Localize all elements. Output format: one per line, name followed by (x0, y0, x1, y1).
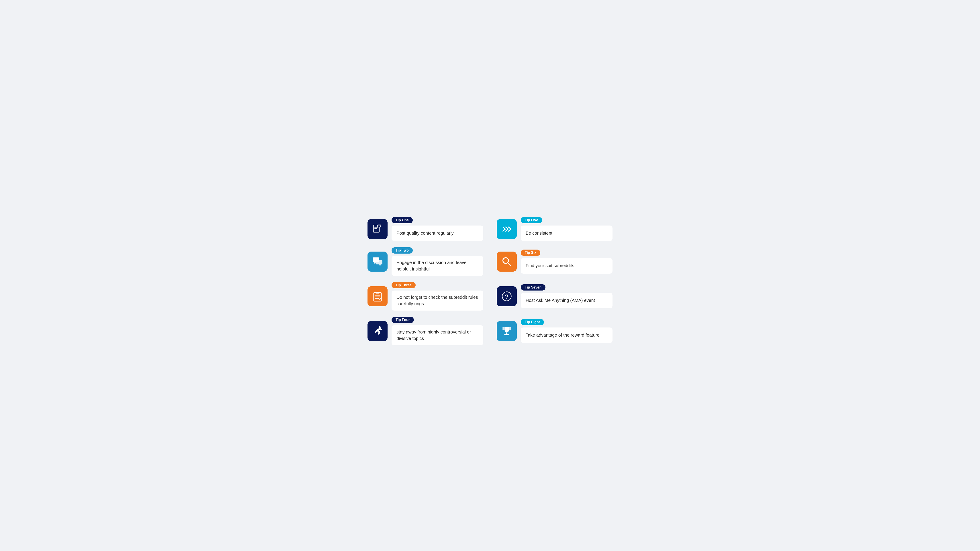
tip-six-text: Find your suit subreddits (521, 258, 612, 274)
svg-line-12 (508, 262, 511, 265)
tip-three-text: Do not forget to check the subreddit rul… (391, 291, 483, 311)
tip-six-badge: Tip Six (521, 249, 540, 256)
tip-item-tip-two: Tip Two Engage in the discussion and lea… (368, 247, 483, 276)
tip-four-icon-box (368, 321, 388, 341)
tip-two-text: Engage in the discussion and leave helpf… (391, 256, 483, 276)
main-container: Tip One Post quality content regularly T… (368, 206, 612, 345)
tip-one-text: Post quality content regularly (391, 225, 483, 241)
tip-seven-icon-box: ? (497, 286, 517, 306)
tip-eight-icon-box (497, 321, 517, 341)
tip-five-icon-box (497, 219, 517, 239)
tip-two-badge: Tip Two (391, 247, 413, 254)
tip-seven-text: Host Ask Me Anything (AMA) event (521, 293, 612, 308)
svg-rect-14 (376, 292, 379, 294)
tip-item-tip-four: Tip Four stay away from highly controver… (368, 317, 483, 345)
tips-grid: Tip One Post quality content regularly T… (368, 217, 612, 345)
svg-marker-10 (379, 264, 381, 266)
svg-rect-4 (377, 224, 381, 227)
svg-rect-22 (504, 334, 509, 335)
svg-marker-8 (374, 262, 376, 264)
tip-item-tip-six: Tip Six Find your suit subreddits (497, 247, 612, 276)
tip-item-tip-seven: ? Tip Seven Host Ask Me Anything (AMA) e… (497, 282, 612, 311)
tip-one-badge: Tip One (391, 217, 413, 223)
tip-three-icon-box (368, 286, 388, 306)
tip-two-content: Tip Two Engage in the discussion and lea… (391, 247, 483, 276)
tip-one-icon-box (368, 219, 388, 239)
tip-six-icon-box (497, 252, 517, 272)
tip-three-content: Tip Three Do not forget to check the sub… (391, 282, 483, 311)
tip-seven-badge: Tip Seven (521, 284, 546, 291)
svg-rect-3 (374, 230, 377, 230)
tip-eight-content: Tip Eight Take advantage of the reward f… (521, 319, 612, 343)
tip-six-content: Tip Six Find your suit subreddits (521, 249, 612, 274)
tip-four-text: stay away from highly controversial or d… (391, 325, 483, 345)
svg-text:?: ? (505, 293, 509, 300)
tip-item-tip-three: Tip Three Do not forget to check the sub… (368, 282, 483, 311)
tip-item-tip-five: Tip Five Be consistent (497, 217, 612, 241)
tip-two-icon-box (368, 252, 388, 272)
tip-item-tip-one: Tip One Post quality content regularly (368, 217, 483, 241)
tip-eight-text: Take advantage of the reward feature (521, 327, 612, 343)
tip-five-content: Tip Five Be consistent (521, 217, 612, 241)
svg-rect-9 (376, 260, 382, 264)
svg-rect-21 (506, 332, 508, 334)
tip-eight-badge: Tip Eight (521, 319, 544, 325)
tip-five-badge: Tip Five (521, 217, 542, 223)
tip-four-badge: Tip Four (391, 317, 414, 323)
tip-four-content: Tip Four stay away from highly controver… (391, 317, 483, 345)
tip-three-badge: Tip Three (391, 282, 415, 288)
tip-item-tip-eight: Tip Eight Take advantage of the reward f… (497, 317, 612, 345)
tip-five-text: Be consistent (521, 225, 612, 241)
tip-one-content: Tip One Post quality content regularly (391, 217, 483, 241)
tip-seven-content: Tip Seven Host Ask Me Anything (AMA) eve… (521, 284, 612, 308)
svg-rect-2 (374, 228, 377, 229)
